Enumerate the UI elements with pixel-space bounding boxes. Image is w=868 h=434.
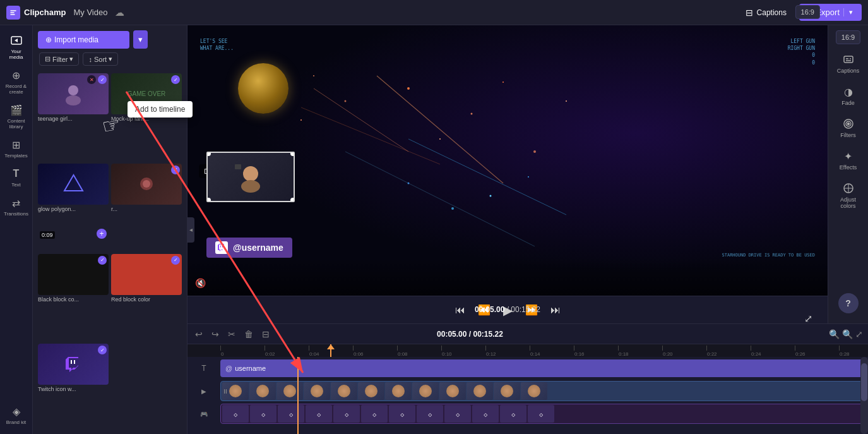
fit-timeline-button[interactable]: ⤢ [855, 329, 863, 339]
text-track-content[interactable]: @ username [220, 357, 868, 380]
sidebar-label-your-media: Your media [4, 49, 29, 60]
timeline-scrollbar[interactable] [860, 357, 868, 434]
sidebar-item-brand-kit[interactable]: ◈ Brand kit [1, 401, 32, 429]
twitch-frame-5: ⬦ [333, 405, 360, 423]
svg-point-3 [66, 95, 81, 105]
adjust-colors-button[interactable]: Adjust colors [830, 177, 867, 214]
media-label-1: teenage girl... [38, 114, 109, 123]
zoom-controls: 🔍 🔍 ⤢ [829, 329, 863, 339]
app-logo: Clipchamp [6, 6, 66, 20]
ruler-mark-11: 0:22 [706, 346, 751, 357]
aspect-ratio-badge[interactable]: 16:9 [795, 5, 820, 19]
media-item-3[interactable]: 0:09 + glow polygon... [38, 164, 109, 251]
video-track-start-handle[interactable]: ⏸ [222, 388, 229, 395]
templates-icon: ⊞ [10, 138, 23, 151]
ruler-mark-1: 0:02 [265, 346, 309, 357]
app-name: Clipchamp [24, 8, 66, 17]
sort-button[interactable]: ↕ Sort ▾ [83, 52, 118, 66]
media-item-7[interactable]: ✓ Twitch icon w... [38, 344, 109, 431]
media-label-5: Black block co... [38, 295, 109, 304]
video-frame-11 [494, 382, 520, 400]
captions-btn[interactable]: ⊟ Captions [746, 8, 787, 18]
media-item-5[interactable]: ✓ Black block co... [38, 254, 109, 342]
timeline-total-time: 00:15.22 [473, 330, 502, 339]
media-item-6[interactable]: ✓ Red block color [111, 254, 182, 342]
ruler-mark-3: 0:06 [353, 346, 397, 357]
twitch-icon [215, 241, 228, 254]
media-item-1[interactable]: ✕ ✓ teenage girl... [38, 73, 109, 161]
captions-button[interactable]: Captions [830, 48, 867, 79]
text-icon: T [10, 167, 23, 180]
sort-chevron: ▾ [109, 55, 112, 63]
main-area: Your media ⊕ Record & create 🎬 Content l… [0, 25, 868, 434]
filter-button[interactable]: ⊟ Filter ▾ [39, 52, 79, 66]
sidebar-item-transitions[interactable]: ⇄ Transitions [1, 193, 32, 220]
delete-button[interactable]: 🗑 [242, 328, 256, 341]
media-add-button-3[interactable]: + [97, 229, 107, 239]
import-dropdown-button[interactable]: ▾ [133, 30, 148, 49]
effects-button[interactable]: ✦ Effects [830, 145, 867, 176]
video-frame-9 [439, 382, 466, 400]
aspect-ratio-button[interactable]: 16:9 [836, 30, 860, 44]
ruler-mark-0: 0 [220, 346, 265, 357]
fade-button[interactable]: ◑ Fade [830, 80, 867, 111]
video-frame-10 [467, 382, 493, 400]
timeline-ruler: 0 0:02 0:04 0:06 0:08 0:10 0:12 0:14 0:1… [187, 344, 868, 357]
project-title[interactable]: My Video [73, 8, 107, 17]
resize-handle-br[interactable] [290, 198, 295, 202]
cut-button[interactable]: ✂ [225, 328, 238, 341]
twitch-overlay-bar[interactable]: @username [206, 238, 292, 258]
video-frame-8 [412, 382, 439, 400]
pip-overlay[interactable] [206, 152, 295, 202]
filter-sort-row: ⊟ Filter ▾ ↕ Sort ▾ [38, 52, 182, 66]
twitch-track-clip[interactable]: ⬦ ⬦ ⬦ ⬦ ⬦ ⬦ ⬦ ⬦ ⬦ ⬦ ⬦ ⬦ [220, 404, 868, 424]
split-button[interactable]: ⊟ [259, 328, 272, 341]
twitch-track-content[interactable]: ⬦ ⬦ ⬦ ⬦ ⬦ ⬦ ⬦ ⬦ ⬦ ⬦ ⬦ ⬦ [220, 402, 868, 425]
import-media-button[interactable]: ⊕ Import media [38, 31, 129, 49]
playback-controls: ⏮ ⏪ ▶ ⏩ ⏭ 00:05.00 / 00:15.22 ⤢ [187, 296, 828, 323]
sidebar-label-brand-kit: Brand kit [6, 419, 27, 425]
text-track-text: username [235, 365, 266, 372]
video-track-clip[interactable]: ⏸ [220, 381, 868, 401]
preview-video[interactable]: LET'S SEEWHAT ARE... LEFT GUNRIGHT GUN00… [187, 25, 828, 296]
help-button[interactable]: ? [838, 293, 859, 313]
cloud-icon: ☁ [115, 7, 124, 18]
sort-icon: ↕ [88, 56, 92, 63]
undo-button[interactable]: ↩ [193, 328, 205, 341]
export-dropdown-arrow[interactable]: ▾ [843, 8, 853, 16]
brand-kit-icon: ◈ [10, 405, 23, 418]
sidebar-item-record-create[interactable]: ⊕ Record & create [1, 65, 32, 99]
filters-button[interactable]: Filters [830, 112, 867, 143]
skip-forward-button[interactable]: ⏭ [548, 302, 563, 318]
video-track-content[interactable]: ⏸ [220, 380, 868, 402]
media-item-4[interactable]: ✓ r... [111, 164, 182, 251]
zoom-in-button[interactable]: 🔍 [842, 329, 853, 339]
media-delete-1[interactable]: ✕ [87, 75, 96, 84]
text-track-clip[interactable]: @ username [220, 359, 868, 377]
media-duration-3: 0:09 [40, 231, 55, 239]
sidebar-item-content-library[interactable]: 🎬 Content library [1, 100, 32, 133]
effects-icon: ✦ [842, 150, 855, 162]
svg-rect-8 [71, 360, 72, 364]
sidebar-item-templates[interactable]: ⊞ Templates [1, 135, 32, 162]
sidebar-item-text[interactable]: T Text [1, 164, 32, 191]
media-check-2: ✓ [171, 75, 180, 84]
ruler-mark-5: 0:10 [441, 346, 485, 357]
resize-handle-tr[interactable] [290, 152, 295, 156]
mute-icon[interactable]: 🔇 [195, 278, 206, 288]
twitch-track-row: 🎮 ⬦ ⬦ ⬦ ⬦ ⬦ ⬦ ⬦ ⬦ [187, 402, 868, 425]
redo-button[interactable]: ↪ [209, 328, 222, 341]
video-frame-5 [331, 382, 357, 400]
timeline-scrollbar-thumb[interactable] [861, 363, 867, 401]
media-check-6: ✓ [171, 256, 180, 265]
sidebar-label-transitions: Transitions [4, 211, 28, 217]
record-create-icon: ⊕ [10, 69, 23, 81]
fullscreen-button[interactable]: ⤢ [802, 310, 815, 324]
svg-rect-31 [220, 246, 221, 248]
timeline-toolbar: ↩ ↪ ✂ 🗑 ⊟ 00:05.00 / 00:15.22 🔍 🔍 ⤢ [187, 324, 868, 344]
zoom-out-button[interactable]: 🔍 [829, 329, 840, 339]
skip-back-button[interactable]: ⏮ [453, 302, 468, 318]
sidebar-item-your-media[interactable]: Your media [1, 30, 32, 64]
resize-handle-bl[interactable] [206, 198, 211, 202]
panel-collapse-button[interactable]: ◂ [187, 217, 194, 243]
